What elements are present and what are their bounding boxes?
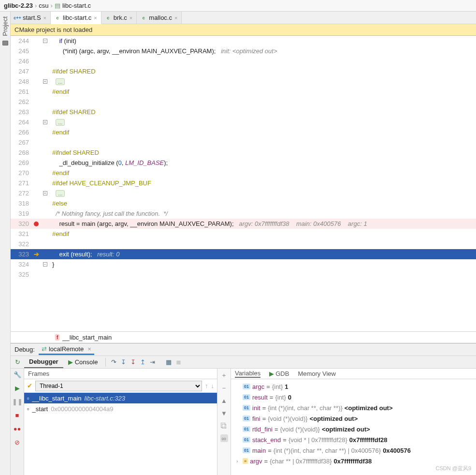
code-line[interactable]: 262 [11,97,476,107]
fold-icon[interactable]: + [43,191,47,195]
add-watch-icon[interactable]: ＋ [220,371,228,379]
stop-icon[interactable]: ■ [14,411,21,419]
tab-memory[interactable]: Memory View [298,370,336,377]
chevron-icon: › [51,2,53,9]
code-line[interactable]: 320 result = main (argc, argv, __environ… [11,219,476,229]
step-into-icon[interactable]: ↧ [118,357,128,367]
code-line[interactable]: 267 [11,137,476,148]
code-line[interactable]: 269 _dl_debug_initialize (0, LM_ID_BASE)… [11,158,476,168]
structure-icon[interactable] [2,41,8,45]
stack-frame[interactable]: ▫__libc_start_main libc-start.c:323 [24,393,217,403]
settings-icon[interactable]: ≣ [173,357,183,367]
code-line[interactable]: 264+ ... [11,117,476,127]
crumb-folder[interactable]: csu [39,2,48,9]
remove-watch-icon[interactable]: − [220,384,228,392]
view-breakpoints-icon[interactable]: ●● [14,425,21,432]
folded-region[interactable]: ... [56,190,65,197]
left-sidebar: Project [0,12,11,475]
close-icon[interactable]: × [94,15,97,21]
editor-tabs: c++start.S×clibc-start.c×cbrk.c×cmalloc.… [11,12,476,24]
warning-banner[interactable]: CMake project is not loaded [11,24,476,36]
chevron-icon: › [35,2,37,9]
editor[interactable]: 244− if (init)245 (*init) (argc, argv, _… [11,36,476,331]
vars-toolbar: ＋ − ▲ ▼ ⿻ ∞ [217,369,231,475]
code-line[interactable]: 244− if (init) [11,36,476,46]
wrench-icon[interactable]: 🔧 [14,371,21,378]
code-line[interactable]: 248+ ... [11,76,476,87]
editor-tab[interactable]: cbrk.c× [101,12,137,24]
editor-tab[interactable]: c++start.S× [11,12,51,24]
variable-row[interactable]: 01 rtld_fini = {void (*)(void)} <optimiz… [234,424,473,434]
variable-row[interactable]: 01 result = {int} 0 [234,392,473,402]
variable-row[interactable]: 01 stack_end = {void * | 0x7fffffffdf28}… [234,434,473,445]
context-function[interactable]: __libc_start_main [62,334,112,341]
frames-title: Frames [24,369,217,379]
run-config[interactable]: ⇄ localRemote × [39,344,94,355]
tool-project[interactable]: Project [1,15,9,38]
breakpoint-icon[interactable] [34,222,39,226]
tab-console[interactable]: ▶Console [63,356,103,368]
close-icon[interactable]: × [43,15,46,21]
code-line[interactable]: 270#endif [11,168,476,178]
function-badge: f [55,334,59,341]
code-line[interactable]: 246 [11,56,476,66]
close-icon[interactable]: × [130,15,132,21]
file-icon: c [105,15,111,21]
variable-row[interactable]: 01 init = {int (*)(int, char **, char **… [234,402,473,413]
next-frame-icon[interactable]: ↓ [211,382,215,389]
resume-icon[interactable]: ▶ [14,384,21,392]
code-line[interactable]: 272+ ... [11,188,476,198]
step-out-icon[interactable]: ↥ [138,357,147,367]
code-line[interactable]: 323➔ exit (result); result: 0 [11,249,476,259]
rerun-icon[interactable]: ↻ [15,358,20,366]
variable-row[interactable]: 01 main = {int (*)(int, char **, char **… [234,445,473,456]
folded-region[interactable]: ... [56,78,65,85]
crumb-file[interactable]: libc-start.c [62,2,91,9]
play-icon: ▶ [68,358,73,366]
code-line[interactable]: 322 [11,239,476,249]
execution-arrow-icon: ➔ [34,251,39,258]
fold-icon[interactable]: − [43,39,47,43]
thread-select[interactable]: Thread-1 [35,381,202,391]
code-line[interactable]: 324−} [11,259,476,269]
frame-icon: ▫ [27,395,29,402]
link-icon[interactable]: ∞ [220,434,228,442]
evaluate-icon[interactable]: ▦ [164,357,173,367]
code-line[interactable]: 268#ifndef SHARED [11,148,476,158]
close-icon[interactable]: × [174,15,177,21]
code-line[interactable]: 319 /* Nothing fancy, just call the func… [11,208,476,219]
up-icon[interactable]: ▲ [220,397,228,404]
code-line[interactable]: 318#else [11,198,476,208]
run-to-cursor-icon[interactable]: ⇥ [147,357,157,367]
down-icon[interactable]: ▼ [220,409,228,417]
code-line[interactable]: 321#endif [11,229,476,239]
file-icon: ▤ [55,2,60,9]
editor-tab[interactable]: clibc-start.c× [51,12,101,24]
fold-icon[interactable]: + [43,79,47,84]
fold-icon[interactable]: − [43,262,47,267]
editor-tab[interactable]: cmalloc.c× [137,12,182,24]
step-over-icon[interactable]: ↷ [109,357,118,367]
crumb-root[interactable]: glibc-2.23 [4,2,33,9]
mute-breakpoints-icon[interactable]: ⊘ [14,438,21,446]
copy-icon[interactable]: ⿻ [220,422,228,430]
tab-gdb[interactable]: ▶GDB [269,370,289,377]
tab-debugger[interactable]: Debugger [24,356,63,368]
code-line[interactable]: 245 (*init) (argc, argv, __environ MAIN_… [11,46,476,56]
code-line[interactable]: 247#ifdef SHARED [11,66,476,76]
code-line[interactable]: 266#endif [11,127,476,137]
stack-frame[interactable]: ▫_start 0x00000000004004a9 [24,403,217,414]
prev-frame-icon[interactable]: ↑ [205,382,208,389]
code-line[interactable]: 325 [11,269,476,280]
variable-row[interactable]: 01 fini = {void (*)(void)} <optimized ou… [234,413,473,424]
code-line[interactable]: 261#endif [11,87,476,97]
tab-variables[interactable]: Variables [235,370,260,378]
fold-icon[interactable]: + [43,120,47,124]
pause-icon[interactable]: ❚❚ [14,398,21,405]
code-line[interactable]: 263#ifdef SHARED [11,107,476,117]
code-line[interactable]: 271#ifdef HAVE_CLEANUP_JMP_BUF [11,178,476,188]
variable-row[interactable]: 01 argc = {int} 1 [234,381,473,392]
folded-region[interactable]: ... [56,119,65,126]
close-icon[interactable]: × [87,345,91,353]
force-step-into-icon[interactable]: ↧ [128,357,138,367]
